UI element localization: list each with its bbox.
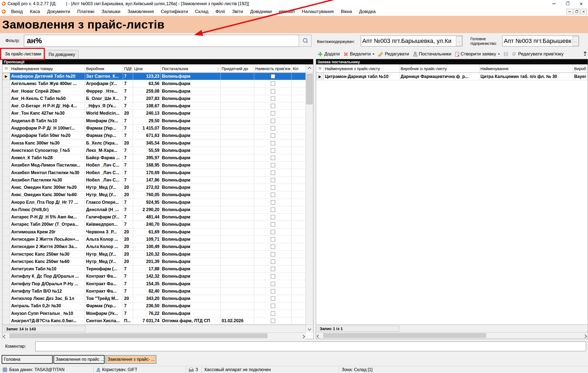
scroll-right-icon[interactable] [302,334,304,339]
linked-checkbox[interactable] [271,311,275,316]
linked-checkbox[interactable] [271,178,275,182]
proposals-column-header-name[interactable]: Найменування товару [10,64,85,73]
linked-checkbox[interactable] [271,111,275,115]
toolbar-columns-button[interactable] [502,50,510,58]
table-row[interactable]: Антистрес Капс 250мг №30Нутр_Мед (У...20… [2,250,306,258]
request-column-header-indicator[interactable] [316,64,324,73]
table-row[interactable]: Антифлу К_Дс Пор Д/Оральн ...Контракт Фа… [2,273,306,280]
scrollbar-thumb[interactable] [323,333,486,338]
toolbar-edit-binding-button[interactable]: Редагувати прив'язку [510,50,565,58]
request-column-header-manufacturer[interactable]: Виробник [573,64,588,73]
table-row[interactable]: Анг_Тон Капс 427мг №30World Medicin...20… [2,110,306,117]
linked-checkbox[interactable] [271,82,275,86]
menu-item-11[interactable]: eHealth [275,7,298,16]
toolbar-suppliers-button[interactable]: Постачальники [411,50,453,58]
proposals-column-header-qty[interactable]: Кіл [292,64,306,73]
linked-checkbox[interactable] [271,252,275,256]
menu-item-14[interactable]: Довідка [356,7,379,16]
menu-item-6[interactable]: Сертифікати [157,7,191,16]
linked-checkbox[interactable] [271,259,275,264]
linked-checkbox[interactable] [271,245,275,249]
proposals-column-header-manufacturer[interactable]: Виробник [85,64,123,73]
window-tab-0[interactable]: Головна [2,355,53,364]
linked-checkbox[interactable] [271,274,275,278]
menu-item-1[interactable]: Каса [26,7,43,16]
menu-item-9[interactable]: Звіти [228,7,246,16]
linked-checkbox[interactable] [271,163,275,167]
proposals-column-header-indicator[interactable] [2,64,10,73]
tab-1[interactable]: По довіднику [45,50,78,59]
table-row[interactable]: Антимошка Крем 20гЧервона З_Р...2061,69В… [2,228,306,236]
table-row[interactable]: Анеза Капс 300мг №30Б_Хелс (Укра...20345… [2,139,306,147]
consignee-more-button[interactable]: ... [456,36,462,46]
tab-0[interactable]: За прайс-листами [1,49,45,59]
table-row[interactable]: Антистрес Капс 250мг №60Нутр_Мед (У...20… [2,258,306,265]
linked-checkbox[interactable] [271,126,275,130]
grid-menu-icon[interactable] [5,67,8,70]
restore-button[interactable] [561,0,574,7]
table-row[interactable]: Анжел_К Табл №28Байєр Фарма ...7395,97Во… [2,154,306,162]
linked-checkbox[interactable] [271,267,275,271]
supplier-request-horizontal-scrollbar[interactable] [316,332,588,339]
linked-checkbox[interactable] [271,222,275,227]
table-row[interactable]: Антраль Табл 0,2г №30Фармак (Укр...7236,… [2,302,306,310]
proposals-column-header-vat[interactable]: ПДВ [123,64,133,73]
window-tab-2[interactable]: Замовлення з прайс- ... [105,355,156,364]
linked-checkbox[interactable] [271,74,275,79]
linked-checkbox[interactable] [271,104,275,108]
scroll-left-icon[interactable] [4,334,6,339]
search-button[interactable] [299,35,312,47]
linked-checkbox[interactable] [271,230,275,234]
mdi-minimize-button[interactable] [566,9,573,14]
linked-checkbox[interactable] [271,282,275,286]
table-row[interactable]: Анагрел?Д-В?Ста Капс.0.5мг...Синтон Хисп… [2,317,306,325]
table-row[interactable]: Андрофарм Табл 50мг №20Фармак (Укр...767… [2,132,306,139]
toolbar-more-button[interactable]: » [582,50,588,58]
table-row[interactable]: Анкс_Омедин Капс 300мг №20Нутр_Мед (У...… [2,184,306,191]
main-company-field[interactable]: Апт №003 пгт.Барышевк ... [502,36,579,46]
linked-checkbox[interactable] [271,171,275,175]
linked-checkbox[interactable] [271,193,275,197]
table-row[interactable]: Антарес Р-Н Д/_Н 5% Амп 4м...Галичфарм (… [2,214,306,221]
proposals-horizontal-scrollbar[interactable] [2,333,306,339]
request-column-header-pl_manufacturer[interactable]: Виробник із прайс-листу [400,64,479,73]
menu-item-5[interactable]: Замовлення [124,7,157,16]
table-row[interactable]: Анзибел Ментол Пастилки №30Нобел _Лач С.… [2,169,306,176]
linked-checkbox[interactable] [271,200,275,205]
linked-checkbox[interactable] [271,133,275,138]
comment-input[interactable] [35,341,586,351]
table-row[interactable]: Антифлу Пор Д/Оральн Р-Ну ...Контракт Фа… [2,280,306,287]
request-column-header-pl_name[interactable]: Найменування з прайс-листу [324,64,400,73]
linked-checkbox[interactable] [271,319,275,323]
linked-checkbox[interactable] [271,208,275,212]
menu-item-13[interactable]: Вікна [337,7,356,16]
scrollbar-thumb[interactable] [306,74,313,104]
toolbar-delete-button[interactable]: Видалити [342,50,376,58]
table-row[interactable]: Андипал-В Табл №10Монфарм (Ук...729,50Во… [2,117,306,125]
grid-menu-icon[interactable] [319,67,321,70]
table-row[interactable]: Анзибел Пастилки №30Нобел _Лач С...7147,… [2,177,306,184]
toolbar-create-request-button[interactable]: Створити заявку [453,50,502,58]
proposals-column-header-price[interactable]: Ціна [133,64,161,73]
menu-item-2[interactable]: Документи [43,7,74,16]
linked-checkbox[interactable] [271,148,275,153]
menu-item-8[interactable]: Філії [212,7,228,16]
request-column-header-name[interactable]: Найменування [479,64,573,73]
proposals-column-header-valid_until[interactable]: Придатний до [221,64,254,73]
proposals-vertical-scrollbar[interactable] [306,64,313,333]
menu-item-10[interactable]: Довідники [247,7,275,16]
table-row[interactable]: ▶Анаферон Дитячий Табл №20Зат Сантон_К..… [2,73,306,80]
table-row[interactable]: Анг_О-Бетарг_Н Р-Н Д/_Нф 4..._Нфуз_Я (Ук… [2,102,306,110]
table-row[interactable]: Ангельмекс Табл Жув 400мг ...Агрофарм (У… [2,80,306,87]
scroll-down-icon[interactable] [306,325,313,333]
consignee-field[interactable]: Апт №003 пгт.Барышевка, ул.Ки ... [361,36,463,46]
linked-checkbox[interactable] [271,156,275,160]
table-row[interactable]: Анг_Н-Хеель С Табл №50Б_Олог_Ше Х...7207… [2,95,306,102]
scrollbar-thumb[interactable] [10,333,268,338]
menu-item-0[interactable]: Вихід [8,7,26,16]
mdi-restore-button[interactable] [573,9,580,14]
menu-item-4[interactable]: Залишки [98,7,124,16]
menu-item-12[interactable]: Налаштування [298,7,337,16]
menu-item-3[interactable]: Платежі [74,7,98,16]
linked-checkbox[interactable] [271,304,275,308]
